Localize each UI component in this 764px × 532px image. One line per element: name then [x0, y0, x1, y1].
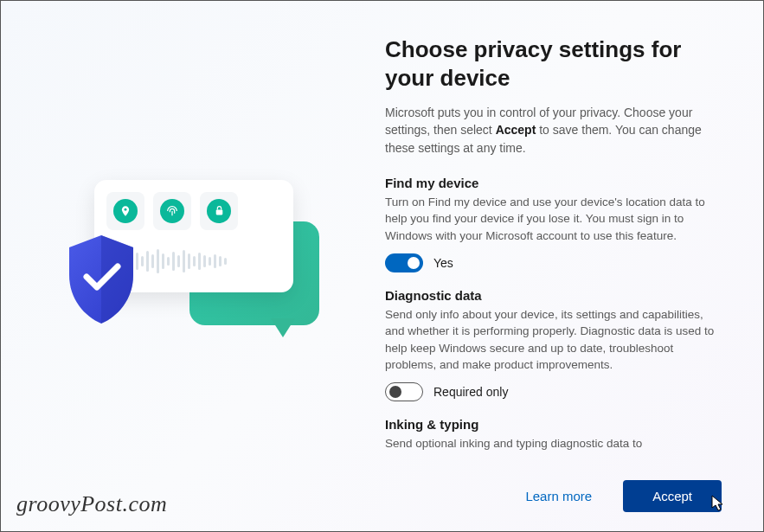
setting-diagnostic-data: Diagnostic data Send only info about you…	[385, 288, 722, 401]
setting-title: Diagnostic data	[385, 288, 722, 303]
svg-rect-1	[215, 209, 222, 215]
page-title: Choose privacy settings for your device	[385, 35, 722, 92]
setting-inking-typing: Inking & typing Send optional inking and…	[385, 417, 722, 461]
page-subtitle: Microsoft puts you in control of your pr…	[385, 104, 722, 157]
fingerprint-icon	[153, 192, 191, 230]
accept-button[interactable]: Accept	[623, 480, 722, 512]
toggle-label: Required only	[433, 385, 508, 399]
svg-point-0	[125, 208, 127, 210]
privacy-illustration	[60, 170, 337, 377]
toggle-diagnostic-data[interactable]	[385, 382, 423, 401]
setting-title: Find my device	[385, 176, 722, 190]
setting-description: Turn on Find my device and use your devi…	[385, 194, 722, 245]
lock-icon	[200, 192, 238, 230]
setting-find-my-device: Find my device Turn on Find my device an…	[385, 176, 722, 272]
settings-panel: Choose privacy settings for your device …	[371, 35, 722, 510]
toggle-label: Yes	[433, 256, 453, 270]
learn-more-link[interactable]: Learn more	[525, 489, 592, 503]
shield-check-icon	[61, 232, 141, 327]
setting-title: Inking & typing	[385, 417, 722, 432]
toggle-find-my-device[interactable]	[385, 253, 423, 272]
setting-description: Send only info about your device, its se…	[385, 306, 722, 374]
watermark: groovyPost.com	[16, 491, 167, 517]
setting-description: Send optional inking and typing diagnost…	[385, 435, 722, 452]
location-pin-icon	[106, 192, 144, 230]
illustration-panel	[42, 35, 371, 510]
footer-actions: Learn more Accept	[525, 480, 722, 512]
